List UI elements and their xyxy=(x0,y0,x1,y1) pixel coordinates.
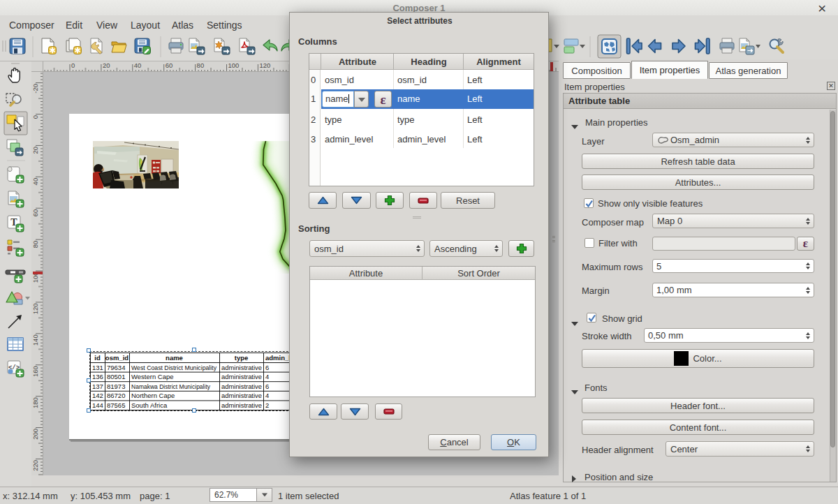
svg-text:120: 120 xyxy=(31,303,39,314)
svg-text:0: 0 xyxy=(31,115,39,119)
svg-text:220: 220 xyxy=(31,460,39,471)
svg-text:80: 80 xyxy=(31,241,39,249)
svg-text:60: 60 xyxy=(31,209,39,217)
svg-text:0: 0 xyxy=(71,61,75,69)
svg-text:20: 20 xyxy=(103,61,110,69)
svg-text:140: 140 xyxy=(31,334,39,346)
svg-text:-20: -20 xyxy=(31,84,39,94)
svg-text:60: 60 xyxy=(166,61,173,69)
svg-text:200: 200 xyxy=(31,429,39,440)
svg-text:40: 40 xyxy=(31,178,39,186)
svg-text:180: 180 xyxy=(31,397,39,408)
svg-text:80: 80 xyxy=(197,61,205,69)
svg-text:20: 20 xyxy=(31,147,39,154)
svg-text:120: 120 xyxy=(259,61,270,69)
svg-text:160: 160 xyxy=(31,366,39,377)
svg-text:40: 40 xyxy=(134,61,142,69)
svg-text:100: 100 xyxy=(228,61,240,69)
